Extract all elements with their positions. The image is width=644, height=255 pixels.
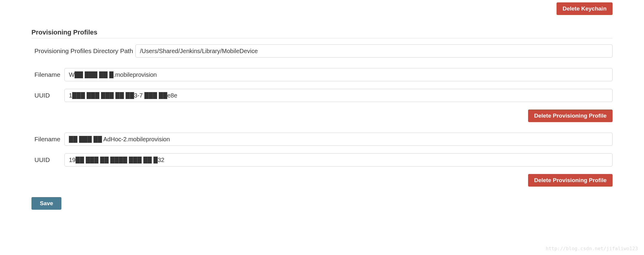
uuid-input[interactable] [64,89,613,102]
delete-keychain-button[interactable]: Delete Keychain [557,2,613,15]
filename-label: Filename [34,71,64,78]
filename-input[interactable] [64,68,613,81]
profile-block: Filename UUID Delete Provisioning Profil… [34,133,613,187]
delete-provisioning-profile-button[interactable]: Delete Provisioning Profile [528,110,613,122]
filename-label: Filename [34,136,64,143]
save-button[interactable]: Save [31,197,61,210]
section-heading: Provisioning Profiles [31,28,613,38]
filename-input[interactable] [64,133,613,146]
uuid-label: UUID [34,92,64,99]
uuid-input[interactable] [64,153,613,166]
watermark-text: http://blog.csdn.net/jifaliwo123 [546,246,638,251]
directory-path-label: Provisioning Profiles Directory Path [34,47,135,55]
directory-path-input[interactable] [135,44,613,58]
profile-block: Filename UUID Delete Provisioning Profil… [34,68,613,122]
delete-provisioning-profile-button[interactable]: Delete Provisioning Profile [528,174,613,187]
uuid-label: UUID [34,156,64,164]
